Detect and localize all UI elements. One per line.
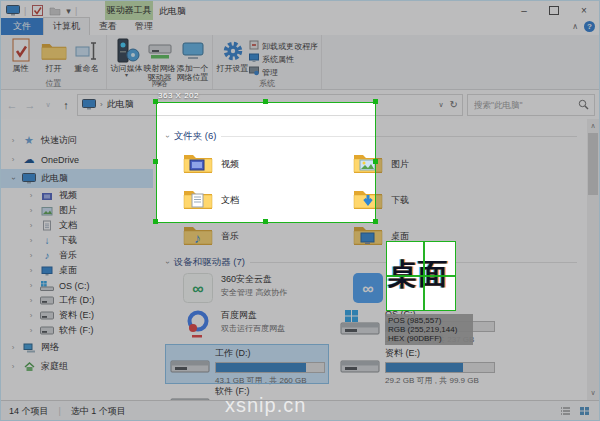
address-dropdown-icon[interactable]: ∨ [438, 101, 443, 109]
search-box[interactable] [467, 94, 595, 116]
ribbon-button-properties[interactable]: 属性 [4, 37, 37, 73]
sidebar-item-network[interactable]: ›网络 [1, 338, 153, 357]
snip-handle-top-left[interactable] [153, 99, 158, 104]
sidebar-item-drive-c[interactable]: ›OS (C:) [1, 278, 153, 293]
sidebar-item-label: 软件 (F:) [59, 324, 94, 337]
tab-file[interactable]: 文件 [1, 18, 43, 35]
chevron-collapsed-icon[interactable]: › [27, 311, 35, 320]
sidebar-item-drive-f[interactable]: ›软件 (F:) [1, 323, 153, 338]
history-dropdown-icon[interactable]: ∨ [41, 101, 55, 109]
refresh-icon[interactable]: ↻ [450, 99, 458, 110]
device-tile-baidu-netdisk[interactable]: 百度网盘双击运行百度网盘 [166, 307, 336, 343]
chevron-expanded-icon[interactable]: › [9, 175, 18, 183]
ribbon-button-manage[interactable]: 管理 [249, 66, 318, 78]
chevron-collapsed-icon[interactable]: › [27, 326, 35, 335]
window-controls: – × [509, 1, 599, 20]
ribbon-button-uninstall-program[interactable]: 卸载或更改程序 [249, 40, 318, 52]
device-tile-drive-d[interactable]: 工作 (D:)43.1 GB 可用 , 共 260 GB [166, 345, 328, 383]
chevron-collapsed-icon[interactable]: › [27, 191, 35, 200]
chevron-collapsed-icon[interactable]: › [9, 343, 17, 352]
tab-manage[interactable]: 管理 [126, 18, 162, 35]
scroll-down-icon[interactable]: ∨ [587, 387, 599, 399]
collapse-ribbon-icon[interactable]: ∧ [572, 22, 578, 31]
sidebar-item-music[interactable]: ›♪音乐 [1, 248, 153, 263]
qat-dropdown-icon[interactable]: ▾ [66, 6, 71, 16]
chevron-collapsed-icon[interactable]: › [9, 362, 17, 371]
scroll-up-icon[interactable]: ∧ [587, 120, 599, 132]
snip-handle-bottom-middle[interactable] [263, 219, 268, 224]
sidebar-item-label: 快速访问 [41, 134, 77, 147]
tab-computer[interactable]: 计算机 [43, 17, 90, 35]
chevron-collapsed-icon[interactable]: › [27, 206, 35, 215]
snip-magnifier: 桌面 [386, 241, 456, 311]
minimize-button[interactable]: – [509, 1, 539, 20]
help-icon[interactable]: ? [584, 21, 595, 32]
folder-tile-music[interactable]: ♪音乐 [166, 218, 336, 254]
ribbon-button-system-properties[interactable]: 系统属性 [249, 53, 318, 65]
sidebar-item-homegroup[interactable]: ›家庭组 [1, 357, 153, 376]
ribbon-button-add-network-location[interactable]: 添加一个网络位置 [176, 37, 209, 82]
snip-handle-top-middle[interactable] [263, 99, 268, 104]
folder-label: 下载 [391, 194, 409, 207]
folder-icon[interactable] [48, 6, 62, 16]
ribbon-button-open[interactable]: 打开 [37, 37, 70, 73]
thumbnails-view-icon[interactable] [577, 406, 591, 416]
up-icon[interactable]: ↑ [59, 99, 73, 111]
ribbon-button-access-media[interactable]: 访问媒体▾ [110, 37, 143, 78]
folder-label: 音乐 [221, 230, 239, 243]
computer-icon [82, 99, 96, 110]
tab-view[interactable]: 查看 [90, 18, 126, 35]
forward-icon[interactable]: → [23, 99, 37, 111]
sidebar-item-onedrive[interactable]: ›☁OneDrive [1, 150, 153, 169]
device-tile-drive-e[interactable]: 资料 (E:)29.2 GB 可用 , 共 99.9 GB [336, 345, 506, 383]
maximize-button[interactable] [539, 1, 569, 20]
sidebar-item-desktop[interactable]: ›桌面 [1, 263, 153, 278]
devices-group-header[interactable]: › 设备和驱动器 (7) [166, 256, 587, 269]
properties-check-icon[interactable] [30, 5, 44, 16]
ribbon-button-rename[interactable]: 重命名 [70, 37, 103, 73]
breadcrumb[interactable]: 此电脑 [107, 98, 134, 111]
folder-desktop-icon [353, 223, 383, 249]
chevron-collapsed-icon[interactable]: › [27, 296, 35, 305]
chevron-down-icon: › [163, 261, 172, 264]
chevron-collapsed-icon[interactable]: › [27, 281, 35, 290]
device-tile-360-secure-cloud[interactable]: ∞360安全云盘安全管理 高效协作 [166, 271, 336, 307]
sidebar-item-quick-access[interactable]: ›★快速访问 [1, 131, 153, 150]
chevron-collapsed-icon[interactable]: › [27, 266, 35, 275]
snip-selection-region[interactable] [156, 102, 376, 223]
back-icon[interactable]: ← [5, 99, 19, 111]
device-subtitle: 双击运行百度网盘 [221, 323, 285, 334]
chevron-collapsed-icon[interactable]: › [27, 221, 35, 230]
ribbon-group-label: 网络 [107, 78, 212, 89]
sidebar-item-documents[interactable]: ›文档 [1, 218, 153, 233]
snip-handle-middle-right[interactable] [373, 159, 378, 164]
close-button[interactable]: × [569, 1, 599, 20]
sysprops-icon [249, 53, 259, 65]
chevron-collapsed-icon[interactable]: › [27, 251, 35, 260]
search-input[interactable] [472, 99, 576, 111]
ribbon-button-open-settings[interactable]: 打开设置 [216, 37, 249, 73]
sidebar-item-drive-d[interactable]: ›工作 (D:) [1, 293, 153, 308]
devices-grid: ∞360安全云盘安全管理 高效协作∞360云盘方便快捷百度网盘双击运行百度网盘 … [166, 271, 587, 400]
search-icon[interactable] [576, 99, 590, 110]
sidebar-item-pictures[interactable]: ›图片 [1, 203, 153, 218]
scrollbar-thumb[interactable] [588, 133, 598, 195]
sidebar-item-drive-e[interactable]: ›资料 (E:) [1, 308, 153, 323]
details-view-icon[interactable] [558, 406, 572, 416]
snip-handle-top-right[interactable] [373, 99, 378, 104]
selected-count: 选中 1 个项目 [71, 405, 126, 418]
sidebar-item-label: OneDrive [41, 155, 79, 165]
chevron-collapsed-icon[interactable]: › [27, 236, 35, 245]
computer-icon[interactable] [6, 5, 20, 16]
snip-handle-bottom-left[interactable] [153, 219, 158, 224]
scrollbar[interactable]: ∧ ∨ [587, 119, 599, 400]
snip-handle-middle-left[interactable] [153, 159, 158, 164]
snip-handle-bottom-right[interactable] [373, 219, 378, 224]
sidebar-item-this-pc[interactable]: ›此电脑 [1, 169, 153, 188]
sidebar-item-downloads[interactable]: ›↓下载 [1, 233, 153, 248]
chevron-collapsed-icon[interactable]: › [9, 155, 17, 164]
sidebar-item-label: OS (C:) [59, 281, 90, 291]
device-name: 资料 (E:) [385, 347, 495, 360]
sidebar-item-videos[interactable]: ›视频 [1, 188, 153, 203]
chevron-collapsed-icon[interactable]: › [9, 136, 17, 145]
